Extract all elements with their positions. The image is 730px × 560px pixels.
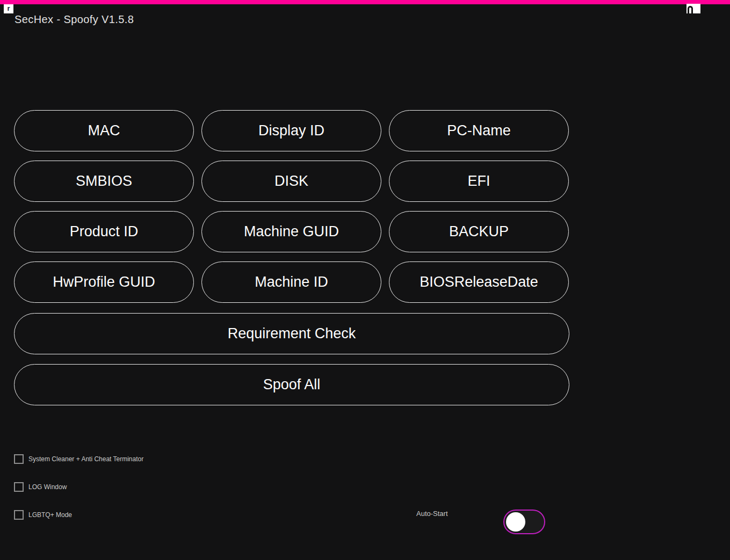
checkbox-log-window[interactable]: LOG Window (14, 482, 67, 492)
button-efi[interactable]: EFI (389, 161, 569, 202)
button-machine-guid[interactable]: Machine GUID (201, 211, 381, 252)
auto-start-toggle-knob[interactable] (506, 512, 525, 532)
checkbox-box-system-cleaner[interactable] (14, 454, 24, 464)
button-display-id[interactable]: Display ID (201, 110, 381, 151)
checkbox-label-log-window: LOG Window (28, 483, 67, 491)
button-hwprofile-guid[interactable]: HwProfile GUID (14, 261, 194, 303)
artifact-left-glyph: r (7, 4, 10, 12)
window-title: SecHex - Spoofy V1.5.8 (15, 13, 134, 26)
artifact-arc-glyph (688, 6, 693, 13)
background-window-artifact-left: r (4, 4, 13, 13)
checkbox-label-lgbtq-mode: LGBTQ+ Mode (28, 511, 72, 519)
button-mac[interactable]: MAC (14, 110, 194, 151)
button-pc-name[interactable]: PC-Name (389, 110, 569, 151)
checkbox-system-cleaner[interactable]: System Cleaner + Anti Cheat Terminator (14, 454, 143, 464)
checkbox-label-system-cleaner: System Cleaner + Anti Cheat Terminator (28, 455, 143, 463)
auto-start-toggle[interactable] (503, 510, 545, 534)
checkbox-lgbtq-mode[interactable]: LGBTQ+ Mode (14, 510, 72, 520)
button-smbios[interactable]: SMBIOS (14, 161, 194, 202)
checkbox-box-log-window[interactable] (14, 482, 24, 492)
button-product-id[interactable]: Product ID (14, 211, 194, 252)
spoof-all-button[interactable]: Spoof All (14, 364, 569, 405)
button-backup[interactable]: BACKUP (389, 211, 569, 252)
background-window-artifact-right (686, 4, 700, 13)
requirement-check-button[interactable]: Requirement Check (14, 313, 569, 354)
checkbox-box-lgbtq-mode[interactable] (14, 510, 24, 520)
auto-start-label: Auto-Start (416, 510, 448, 518)
button-disk[interactable]: DISK (201, 161, 381, 202)
top-accent-bar (0, 0, 730, 4)
spoof-button-grid: MAC Display ID PC-Name SMBIOS DISK EFI P… (14, 110, 569, 303)
button-machine-id[interactable]: Machine ID (201, 261, 381, 303)
button-biosreleasedate[interactable]: BIOSReleaseDate (389, 261, 569, 303)
